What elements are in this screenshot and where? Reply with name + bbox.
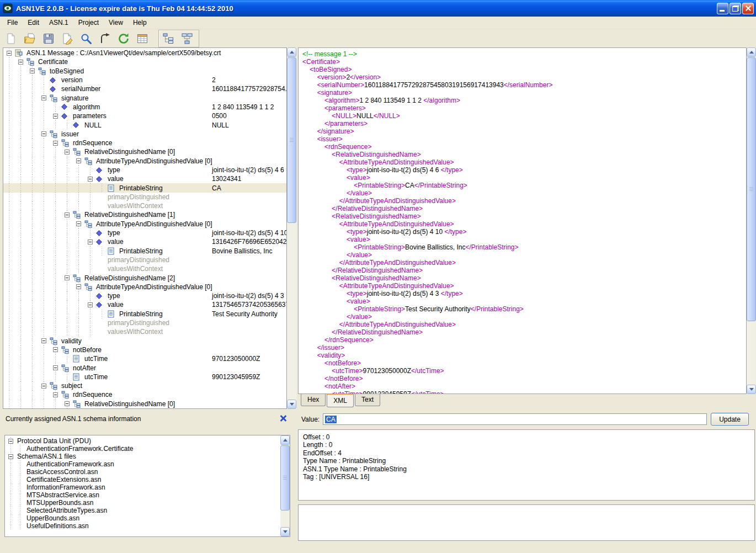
menu-item-view[interactable]: View [104, 17, 128, 28]
collapse-expander-icon[interactable] [65, 401, 70, 406]
menu-item-project[interactable]: Project [73, 17, 104, 28]
tree-row[interactable]: primaryDistinguished [3, 193, 286, 201]
schema-row[interactable]: AuthenticationFramework.Certificate [6, 445, 289, 453]
tree-row[interactable]: RelativeDistinguishedName [2] [3, 273, 286, 282]
collapse-expander-icon[interactable] [88, 302, 93, 307]
tree-row[interactable]: typejoint-iso-itu-t(2) ds(5) 4 10 [3, 228, 286, 237]
collapse-expander-icon[interactable] [41, 384, 46, 389]
tree-row[interactable]: utcTime990123045959Z [3, 373, 286, 381]
validate-button[interactable] [115, 31, 132, 46]
update-button[interactable]: Update [711, 413, 749, 426]
collapse-expander-icon[interactable] [8, 439, 13, 444]
tree-row[interactable]: notAfter [3, 363, 286, 372]
close-button[interactable] [742, 3, 754, 14]
collapse-expander-icon[interactable] [7, 51, 12, 56]
tree-scroll-up-button[interactable] [287, 47, 296, 57]
collapse-expander-icon[interactable] [65, 275, 70, 280]
tree-row[interactable]: AttributeTypeAndDistinguishedValue [0] [3, 283, 286, 291]
xml-scroll-thumb[interactable] [747, 57, 756, 321]
collapse-expander-icon[interactable] [76, 284, 81, 289]
tree-row[interactable]: parameters0500 [3, 111, 286, 120]
asn1-tree-pane[interactable]: ASN.1 Message : C:/Asn1ViewerQt/dev/samp… [3, 47, 287, 409]
app-icon[interactable] [3, 3, 13, 13]
tree-scroll-down-button[interactable] [287, 400, 296, 409]
tree-row[interactable]: toBeSigned [3, 67, 286, 76]
tree-row[interactable]: valuesWithContext [3, 327, 286, 336]
collapse-expander-icon[interactable] [76, 158, 81, 163]
schema-row[interactable]: Protocol Data Unit (PDU) [6, 437, 289, 445]
tree-row[interactable]: signature [3, 93, 286, 102]
schema-row[interactable]: AuthenticationFramework.asn [6, 460, 289, 468]
schema-row[interactable]: MTSAbstractService.asn [6, 491, 289, 499]
tree-view-button[interactable] [160, 31, 177, 46]
schema-scroll-down-button[interactable] [280, 527, 290, 536]
tree-row[interactable]: PrintableStringTest Security Authority [3, 310, 286, 318]
tree-row[interactable]: version2 [3, 76, 286, 84]
search-button[interactable] [78, 31, 94, 46]
tree-row[interactable]: primaryDistinguished [3, 318, 286, 327]
value-input[interactable]: CA [323, 413, 707, 425]
xml-scroll-up-button[interactable] [747, 47, 756, 57]
schema-row[interactable]: SelectedAttributeTypes.asn [6, 507, 289, 514]
tree-row[interactable]: PrintableStringCA [3, 183, 286, 192]
collapse-expander-icon[interactable] [41, 338, 46, 343]
tree-row[interactable]: rdnSequence [3, 139, 286, 147]
menu-item-help[interactable]: Help [128, 17, 152, 28]
collapse-expander-icon[interactable] [41, 95, 46, 100]
tree-row[interactable]: NULLNULL [3, 120, 286, 129]
collapse-expander-icon[interactable] [88, 240, 93, 244]
schema-scroll-thumb[interactable] [280, 445, 290, 511]
schema-row[interactable]: Schema/ASN.1 files [6, 453, 289, 460]
tab-text[interactable]: Text [355, 394, 380, 406]
save-as-button[interactable] [59, 31, 76, 46]
tree-row[interactable]: RelativeDistinguishedName [0] [3, 147, 286, 156]
xml-view-pane[interactable]: <!-- message 1 --><Certificate> <toBeSig… [298, 47, 747, 394]
tree-row[interactable]: value131754657374205365637... [3, 300, 286, 309]
collapse-expander-icon[interactable] [53, 365, 58, 370]
tree-row[interactable]: validity [3, 337, 286, 345]
schema-scroll-up-button[interactable] [280, 435, 290, 445]
tree-row[interactable]: PrintableStringBovine Ballistics, Inc [3, 247, 286, 256]
schema-scrollbar[interactable] [280, 435, 290, 536]
tree-row[interactable]: subject [3, 381, 286, 390]
new-file-button[interactable] [3, 31, 19, 46]
collapse-expander-icon[interactable] [53, 141, 58, 146]
tree-row[interactable]: value1316426F76696E6520426... [3, 237, 286, 246]
schema-row[interactable]: BasicAccessControl.asn [6, 468, 289, 476]
close-panel-icon[interactable] [279, 414, 287, 422]
collapse-expander-icon[interactable] [53, 347, 58, 352]
collapse-expander-icon[interactable] [65, 212, 70, 217]
schema-row[interactable]: UsefulDefinitions.asn [6, 522, 289, 530]
tree-row[interactable]: valuesWithContext [3, 201, 286, 210]
tree-row[interactable]: notBefore [3, 345, 286, 354]
schema-table-button[interactable] [134, 31, 151, 46]
schema-row[interactable]: CertificateExtensions.asn [6, 476, 289, 483]
tree-row[interactable]: utcTime970123050000Z [3, 354, 286, 363]
component-view-button[interactable] [179, 31, 195, 46]
tree-row[interactable]: serialNumber16011884177572928754... [3, 84, 286, 93]
schema-tree-pane[interactable]: Protocol Data Unit (PDU)AuthenticationFr… [4, 435, 290, 537]
collapse-expander-icon[interactable] [65, 150, 70, 155]
collapse-expander-icon[interactable] [76, 221, 81, 226]
menu-item-file[interactable]: File [2, 17, 23, 28]
tree-row[interactable]: typejoint-iso-itu-t(2) ds(5) 4 6 [3, 166, 286, 174]
collapse-expander-icon[interactable] [30, 68, 35, 73]
tab-hex[interactable]: Hex [301, 394, 326, 406]
menu-item-edit[interactable]: Edit [23, 17, 44, 28]
tree-row[interactable]: AttributeTypeAndDistinguishedValue [0] [3, 220, 286, 228]
tree-row[interactable]: issuer [3, 130, 286, 139]
xml-scrollbar[interactable] [747, 47, 756, 394]
tree-row[interactable]: ASN.1 Message : C:/Asn1ViewerQt/dev/samp… [3, 49, 286, 57]
schema-row[interactable]: UpperBounds.asn [6, 514, 289, 522]
tree-row[interactable]: value13024341 [3, 174, 286, 183]
collapse-expander-icon[interactable] [18, 60, 23, 65]
restore-button[interactable] [730, 3, 741, 14]
tree-row[interactable]: Certificate [3, 57, 286, 66]
tree-row[interactable]: rdnSequence [3, 390, 286, 399]
tree-row[interactable]: algorithm1 2 840 113549 1 1 2 [3, 103, 286, 111]
tree-scroll-thumb[interactable] [287, 57, 296, 223]
tab-xml[interactable]: XML [327, 394, 354, 407]
collapse-expander-icon[interactable] [53, 392, 58, 397]
tree-row[interactable]: RelativeDistinguishedName [0] [3, 400, 286, 408]
tree-row[interactable]: primaryDistinguished [3, 256, 286, 264]
